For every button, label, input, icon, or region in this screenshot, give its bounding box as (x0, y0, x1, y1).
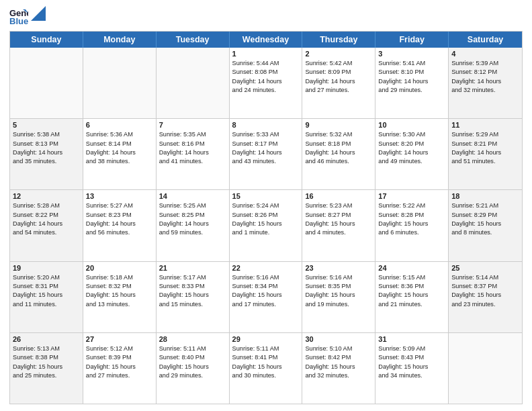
info-line: Sunrise: 5:28 AM (13, 201, 80, 210)
calendar-cell-19: 19Sunrise: 5:20 AMSunset: 8:31 PMDayligh… (10, 262, 83, 332)
info-line: Sunrise: 5:22 AM (378, 201, 445, 210)
day-number: 19 (13, 264, 80, 272)
info-line: Sunrise: 5:30 AM (378, 130, 445, 139)
day-header-sunday: Sunday (10, 32, 83, 48)
info-line: and 23 minutes. (451, 300, 519, 309)
calendar-cell-empty (449, 333, 522, 404)
info-line: Sunset: 8:40 PM (159, 353, 226, 362)
info-line: Sunrise: 5:14 AM (451, 273, 519, 282)
day-number: 28 (159, 335, 226, 343)
calendar-cell-empty (10, 48, 83, 118)
info-line: Sunrise: 5:27 AM (86, 201, 153, 210)
info-line: Sunrise: 5:11 AM (232, 345, 300, 353)
day-number: 3 (378, 50, 445, 58)
info-line: Sunrise: 5:41 AM (378, 59, 445, 68)
info-line: and 46 minutes. (305, 157, 372, 166)
day-number: 20 (86, 264, 153, 272)
info-line: Daylight: 14 hours (378, 77, 445, 86)
calendar-cell-22: 22Sunrise: 5:16 AMSunset: 8:34 PMDayligh… (230, 262, 303, 332)
svg-marker-3 (31, 6, 46, 21)
info-line: Sunset: 8:29 PM (451, 211, 519, 220)
day-info: Sunrise: 5:28 AMSunset: 8:22 PMDaylight:… (13, 201, 80, 237)
day-number: 15 (232, 192, 300, 200)
day-info: Sunrise: 5:32 AMSunset: 8:18 PMDaylight:… (305, 130, 372, 166)
info-line: Sunrise: 5:25 AM (159, 201, 226, 210)
info-line: Daylight: 15 hours (451, 291, 519, 300)
calendar-cell-5: 5Sunrise: 5:38 AMSunset: 8:13 PMDaylight… (10, 119, 83, 189)
info-line: and 11 minutes. (13, 300, 80, 309)
calendar-cell-30: 30Sunrise: 5:10 AMSunset: 8:42 PMDayligh… (302, 333, 375, 404)
info-line: and 32 minutes. (305, 371, 372, 380)
day-number: 10 (378, 121, 445, 129)
day-number: 6 (86, 121, 153, 129)
info-line: Sunset: 8:20 PM (378, 140, 445, 148)
logo-icon: General Blue (9, 7, 28, 26)
svg-text:Blue: Blue (9, 16, 28, 26)
info-line: Daylight: 14 hours (13, 220, 80, 228)
day-number: 7 (159, 121, 226, 129)
day-info: Sunrise: 5:21 AMSunset: 8:29 PMDaylight:… (451, 201, 519, 237)
calendar-cell-11: 11Sunrise: 5:29 AMSunset: 8:21 PMDayligh… (449, 119, 522, 189)
day-info: Sunrise: 5:16 AMSunset: 8:35 PMDaylight:… (305, 273, 372, 309)
info-line: Daylight: 15 hours (232, 220, 300, 228)
day-info: Sunrise: 5:17 AMSunset: 8:33 PMDaylight:… (159, 273, 226, 309)
info-line: Sunset: 8:18 PM (305, 140, 372, 148)
calendar-cell-12: 12Sunrise: 5:28 AMSunset: 8:22 PMDayligh… (10, 190, 83, 261)
day-info: Sunrise: 5:41 AMSunset: 8:10 PMDaylight:… (378, 59, 445, 95)
calendar-row-2: 5Sunrise: 5:38 AMSunset: 8:13 PMDaylight… (10, 119, 522, 190)
day-info: Sunrise: 5:15 AMSunset: 8:36 PMDaylight:… (378, 273, 445, 309)
day-info: Sunrise: 5:20 AMSunset: 8:31 PMDaylight:… (13, 273, 80, 309)
info-line: and 29 minutes. (159, 371, 226, 380)
info-line: Sunrise: 5:24 AM (232, 201, 300, 210)
header: General Blue (9, 7, 523, 26)
calendar-cell-empty (157, 48, 230, 118)
info-line: and 34 minutes. (378, 371, 445, 380)
calendar-cell-31: 31Sunrise: 5:09 AMSunset: 8:43 PMDayligh… (375, 333, 449, 404)
calendar: SundayMondayTuesdayWednesdayThursdayFrid… (9, 31, 523, 404)
info-line: Daylight: 15 hours (378, 363, 445, 371)
day-number: 26 (13, 335, 80, 343)
calendar-cell-21: 21Sunrise: 5:17 AMSunset: 8:33 PMDayligh… (157, 262, 230, 332)
info-line: Sunset: 8:12 PM (451, 68, 519, 77)
calendar-cell-9: 9Sunrise: 5:32 AMSunset: 8:18 PMDaylight… (302, 119, 375, 189)
info-line: and 59 minutes. (159, 228, 226, 237)
info-line: and 41 minutes. (159, 157, 226, 166)
info-line: and 19 minutes. (305, 300, 372, 309)
day-info: Sunrise: 5:18 AMSunset: 8:32 PMDaylight:… (86, 273, 153, 309)
day-number: 12 (13, 192, 80, 200)
day-info: Sunrise: 5:10 AMSunset: 8:42 PMDaylight:… (305, 345, 372, 380)
day-info: Sunrise: 5:22 AMSunset: 8:28 PMDaylight:… (378, 201, 445, 237)
calendar-cell-27: 27Sunrise: 5:12 AMSunset: 8:39 PMDayligh… (83, 333, 157, 404)
day-number: 21 (159, 264, 226, 272)
day-number: 22 (232, 264, 300, 272)
info-line: Sunset: 8:21 PM (451, 140, 519, 148)
calendar-cell-17: 17Sunrise: 5:22 AMSunset: 8:28 PMDayligh… (375, 190, 449, 261)
day-info: Sunrise: 5:38 AMSunset: 8:13 PMDaylight:… (13, 130, 80, 166)
calendar-cell-10: 10Sunrise: 5:30 AMSunset: 8:20 PMDayligh… (375, 119, 449, 189)
day-info: Sunrise: 5:39 AMSunset: 8:12 PMDaylight:… (451, 59, 519, 95)
info-line: and 6 minutes. (378, 228, 445, 237)
info-line: Sunrise: 5:23 AM (305, 201, 372, 210)
info-line: Sunset: 8:14 PM (86, 140, 153, 148)
info-line: Sunrise: 5:42 AM (305, 59, 372, 68)
info-line: Sunrise: 5:15 AM (378, 273, 445, 282)
info-line: Daylight: 15 hours (159, 291, 226, 300)
info-line: Sunrise: 5:33 AM (232, 130, 300, 139)
info-line: and 8 minutes. (451, 228, 519, 237)
info-line: and 21 minutes. (378, 300, 445, 309)
day-info: Sunrise: 5:11 AMSunset: 8:40 PMDaylight:… (159, 345, 226, 380)
day-info: Sunrise: 5:24 AMSunset: 8:26 PMDaylight:… (232, 201, 300, 237)
day-info: Sunrise: 5:25 AMSunset: 8:25 PMDaylight:… (159, 201, 226, 237)
day-info: Sunrise: 5:09 AMSunset: 8:43 PMDaylight:… (378, 345, 445, 380)
info-line: and 17 minutes. (232, 300, 300, 309)
info-line: Sunset: 8:26 PM (232, 211, 300, 220)
calendar-body: 1Sunrise: 5:44 AMSunset: 8:08 PMDaylight… (10, 48, 522, 404)
info-line: Sunset: 8:10 PM (378, 68, 445, 77)
day-number: 11 (451, 121, 519, 129)
info-line: Daylight: 14 hours (451, 77, 519, 86)
info-line: Sunset: 8:23 PM (86, 211, 153, 220)
info-line: Sunrise: 5:44 AM (232, 59, 300, 68)
info-line: Sunset: 8:41 PM (232, 353, 300, 362)
calendar-cell-empty (83, 48, 157, 118)
day-number: 5 (13, 121, 80, 129)
